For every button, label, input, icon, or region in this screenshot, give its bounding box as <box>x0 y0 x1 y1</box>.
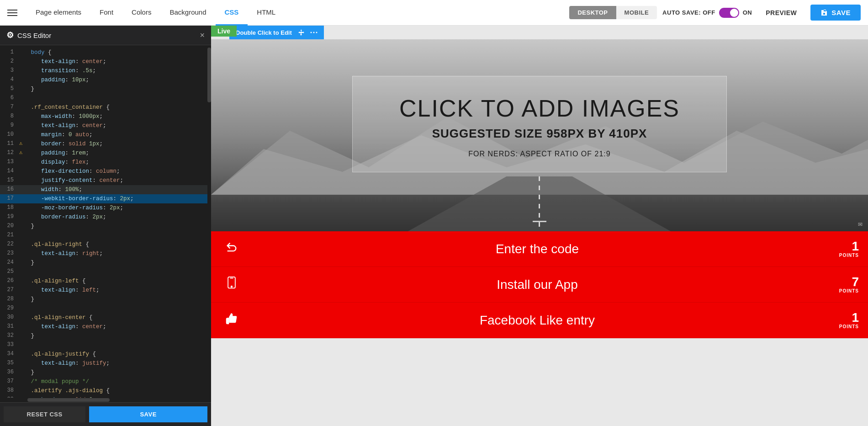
image-placeholder-note: FOR NERDS: ASPECT RATIO OF 21:9 <box>366 150 713 158</box>
live-badge: Live <box>211 26 237 37</box>
code-line-6: 6 <box>0 94 211 103</box>
code-line-16: 16 width: 100%; <box>0 185 211 194</box>
vertical-scrollbar-thumb[interactable] <box>207 48 211 102</box>
code-line-27: 27 text-align: left; <box>0 286 211 295</box>
css-editor-panel: ⚙ CSS Editor × 1 body { 2 text-align: ce… <box>0 26 211 426</box>
road-svg <box>408 176 671 231</box>
action-row-facebook-like[interactable]: Facebook Like entry 1 POINTS <box>211 303 868 338</box>
code-line-12: 12 ⚠ padding: 1rem; <box>0 149 211 158</box>
code-line-18: 18 -moz-border-radius: 2px; <box>0 203 211 213</box>
code-line-25: 25 <box>0 267 211 277</box>
preview-button[interactable]: PREVIEW <box>757 5 805 20</box>
enter-code-icon <box>220 241 243 257</box>
nav-font[interactable]: Font <box>90 0 122 26</box>
svg-point-0 <box>310 32 312 33</box>
carousel-dot <box>533 221 546 222</box>
code-line-5: 5 } <box>0 85 211 94</box>
editor-content[interactable]: 1 body { 2 text-align: center; 3 transit… <box>0 45 211 398</box>
code-line-14: 14 flex-direction: column; <box>0 167 211 176</box>
move-icon <box>297 29 305 36</box>
code-line-7: 7 .rf_contest_container { <box>0 103 211 112</box>
facebook-like-points: 1 POINTS <box>831 311 859 329</box>
svg-point-2 <box>316 32 317 33</box>
code-line-26: 26 .ql-align-left { <box>0 277 211 286</box>
code-line-1: 1 body { <box>0 48 211 57</box>
nav-background[interactable]: Background <box>160 0 215 26</box>
code-line-34: 34 .ql-align-justify { <box>0 350 211 359</box>
code-line-31: 31 text-align: center; <box>0 322 211 331</box>
image-overlay-box: CLICK TO ADD IMAGES SUGGESTED SIZE 958PX… <box>352 76 727 172</box>
facebook-like-label: Facebook Like entry <box>243 313 831 328</box>
double-click-bar[interactable]: Double Click to Edit <box>229 26 324 39</box>
install-app-points: 7 POINTS <box>831 276 859 293</box>
install-app-icon <box>220 277 243 293</box>
on-label: ON <box>743 9 752 16</box>
code-line-9: 9 text-align: center; <box>0 121 211 130</box>
code-line-33: 33 <box>0 341 211 350</box>
editor-footer: RESET CSS SAVE <box>0 402 211 426</box>
code-line-38: 38 .alertify .ajs-dialog { <box>0 386 211 395</box>
code-line-17: 17 -webkit-border-radius: 2px; <box>0 194 211 203</box>
code-line-15: 15 justify-content: center; <box>0 176 211 185</box>
action-row-install-app[interactable]: Install our App 7 POINTS <box>211 267 868 303</box>
code-line-4: 4 padding: 10px; <box>0 75 211 85</box>
code-line-19: 19 border-radius: 2px; <box>0 213 211 222</box>
code-line-32: 32 } <box>0 331 211 341</box>
vertical-scrollbar[interactable] <box>207 48 211 393</box>
nav-right: DESKTOP MOBILE AUTO SAVE: OFF ON PREVIEW… <box>569 5 861 21</box>
image-placeholder-title: CLICK TO ADD IMAGES <box>366 95 713 122</box>
reset-css-button[interactable]: RESET CSS <box>4 406 85 422</box>
main-layout: ⚙ CSS Editor × 1 body { 2 text-align: ce… <box>0 26 868 426</box>
svg-point-8 <box>231 286 233 288</box>
nav-page-elements[interactable]: Page elements <box>26 0 90 26</box>
nav-css[interactable]: CSS <box>216 0 248 26</box>
nav-html[interactable]: HTML <box>248 0 285 26</box>
code-line-21: 21 <box>0 231 211 240</box>
mobile-button[interactable]: MOBILE <box>616 6 657 19</box>
device-toggle: DESKTOP MOBILE <box>569 6 657 19</box>
code-line-28: 28 } <box>0 295 211 304</box>
autosave-label: AUTO SAVE: OFF <box>662 9 715 16</box>
enter-code-points: 1 POINTS <box>831 240 859 258</box>
code-line-11: 11 ⚠ border: solid 1px; <box>0 139 211 149</box>
code-line-37: 37 /* modal popup */ <box>0 377 211 386</box>
code-line-30: 30 .ql-align-center { <box>0 313 211 322</box>
code-line-20: 20 } <box>0 222 211 231</box>
hamburger-icon[interactable] <box>7 10 17 16</box>
editor-logo-icon: ⚙ <box>6 30 14 40</box>
autosave-area: AUTO SAVE: OFF ON <box>662 8 752 18</box>
editor-header: ⚙ CSS Editor × <box>0 26 211 45</box>
action-rows: Enter the code 1 POINTS Install our App … <box>211 231 868 338</box>
code-line-22: 22 .ql-align-right { <box>0 240 211 249</box>
save-button[interactable]: SAVE <box>810 5 861 21</box>
code-line-13: 13 display: flex; <box>0 158 211 167</box>
watermark: ✉ <box>858 221 863 228</box>
autosave-toggle[interactable] <box>719 8 739 18</box>
enter-code-label: Enter the code <box>243 242 831 256</box>
editor-close-button[interactable]: × <box>200 31 205 40</box>
double-click-label: Double Click to Edit <box>236 29 292 36</box>
editor-save-button[interactable]: SAVE <box>89 406 207 422</box>
code-line-10: 10 margin: 0 auto; <box>0 130 211 139</box>
code-line-2: 2 text-align: center; <box>0 57 211 66</box>
desktop-button[interactable]: DESKTOP <box>569 6 616 19</box>
code-line-3: 3 transition: .5s; <box>0 66 211 75</box>
top-nav: Page elements Font Colors Background CSS… <box>0 0 868 26</box>
horizontal-scrollbar-thumb[interactable] <box>27 398 110 402</box>
facebook-like-icon <box>220 312 243 328</box>
nav-colors[interactable]: Colors <box>122 0 160 26</box>
preview-area: Live Double Click to Edit CLICK TO ADD <box>211 26 868 426</box>
code-line-35: 35 text-align: justify; <box>0 359 211 368</box>
svg-point-1 <box>313 32 314 33</box>
warning-icon-11: ⚠ <box>19 139 26 148</box>
code-line-29: 29 <box>0 304 211 313</box>
image-placeholder[interactable]: CLICK TO ADD IMAGES SUGGESTED SIZE 958PX… <box>211 39 868 231</box>
code-line-23: 23 text-align: right; <box>0 249 211 258</box>
warning-icon-12: ⚠ <box>19 149 26 157</box>
install-app-label: Install our App <box>243 277 831 292</box>
action-row-enter-code[interactable]: Enter the code 1 POINTS <box>211 231 868 267</box>
options-icon[interactable] <box>310 29 318 36</box>
code-line-24: 24 } <box>0 258 211 267</box>
horizontal-scrollbar[interactable] <box>0 398 211 402</box>
image-placeholder-subtitle: SUGGESTED SIZE 958PX BY 410PX <box>366 127 713 141</box>
